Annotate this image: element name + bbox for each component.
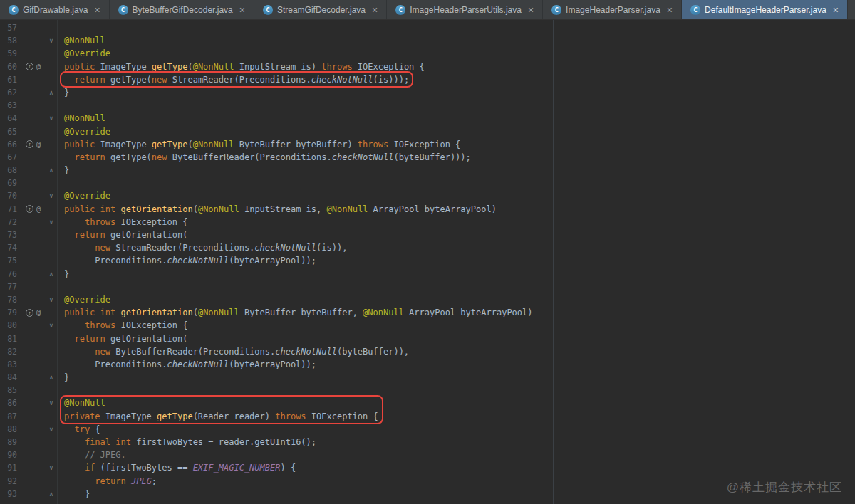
code-text[interactable]: } bbox=[57, 488, 90, 500]
fold-marker-icon[interactable] bbox=[46, 138, 57, 151]
code-text[interactable]: public ImageType getType(@NonNull InputS… bbox=[57, 61, 425, 73]
fold-marker-icon[interactable] bbox=[46, 280, 57, 293]
tab-close-icon[interactable]: × bbox=[667, 5, 673, 15]
fold-marker-icon[interactable] bbox=[46, 99, 57, 112]
code-text[interactable]: // JPEG. bbox=[57, 448, 126, 461]
code-text[interactable] bbox=[57, 177, 64, 189]
tab-ImageHeaderParserUtils.java[interactable]: CImageHeaderParserUtils.java× bbox=[387, 0, 543, 19]
code-text[interactable]: @Override bbox=[57, 125, 110, 138]
code-text[interactable]: new ByteBufferReader(Preconditions.check… bbox=[57, 345, 409, 358]
override-method-icon[interactable]: ↑ bbox=[26, 205, 33, 213]
code-text[interactable]: @Override bbox=[57, 293, 110, 306]
fold-marker-icon[interactable]: ∨ bbox=[46, 216, 57, 229]
code-text[interactable] bbox=[57, 99, 64, 112]
fold-marker-icon[interactable] bbox=[46, 47, 57, 60]
code-text[interactable]: } bbox=[57, 268, 69, 280]
fold-marker-icon[interactable] bbox=[46, 345, 57, 358]
fold-marker-icon[interactable]: ∨ bbox=[46, 112, 57, 125]
fold-marker-icon[interactable] bbox=[46, 254, 57, 267]
code-text[interactable]: public ImageType getType(@NonNull ByteBu… bbox=[57, 138, 460, 151]
code-text[interactable]: } bbox=[57, 371, 69, 384]
code-text[interactable]: try { bbox=[57, 423, 100, 436]
fold-marker-icon[interactable]: ∧ bbox=[46, 86, 57, 99]
fold-marker-icon[interactable] bbox=[46, 73, 57, 86]
fold-marker-icon[interactable] bbox=[46, 448, 57, 461]
code-line-73: 73 return getOrientation( bbox=[0, 229, 855, 241]
code-text[interactable]: Preconditions.checkNotNull(byteArrayPool… bbox=[57, 358, 316, 371]
tab-close-icon[interactable]: × bbox=[239, 5, 245, 15]
tab-close-icon[interactable]: × bbox=[833, 5, 839, 15]
code-text[interactable]: return getOrientation( bbox=[57, 332, 187, 345]
override-method-icon[interactable]: ↑ bbox=[26, 63, 33, 70]
fold-marker-icon[interactable]: ∨ bbox=[46, 319, 57, 332]
watermark: @稀土掘金技术社区 bbox=[727, 479, 842, 495]
fold-marker-icon[interactable] bbox=[46, 410, 57, 423]
code-text[interactable]: private ImageType getType(Reader reader)… bbox=[57, 410, 378, 423]
fold-marker-icon[interactable]: ∨ bbox=[46, 397, 57, 409]
fold-marker-icon[interactable] bbox=[46, 332, 57, 345]
fold-marker-icon[interactable]: ∨ bbox=[46, 34, 57, 47]
tab-DefaultImageHeaderParser.java[interactable]: CDefaultImageHeaderParser.java× bbox=[682, 0, 848, 19]
code-text[interactable]: final int firstTwoBytes = reader.getUInt… bbox=[57, 436, 316, 448]
code-line-67: 67 return getType(new ByteBufferReader(P… bbox=[0, 151, 855, 164]
code-text[interactable]: @NonNull bbox=[57, 34, 105, 47]
code-text[interactable]: return getType(new ByteBufferReader(Prec… bbox=[57, 151, 471, 164]
annotation-marker-icon[interactable]: @ bbox=[36, 203, 41, 216]
fold-marker-icon[interactable] bbox=[46, 229, 57, 241]
tab-GifDrawable.java[interactable]: CGifDrawable.java× bbox=[0, 0, 110, 19]
fold-marker-icon[interactable] bbox=[46, 384, 57, 397]
line-number: 91 bbox=[0, 461, 24, 474]
code-text[interactable]: @NonNull bbox=[57, 112, 105, 125]
code-text[interactable]: } bbox=[57, 164, 69, 177]
code-text[interactable]: @Override bbox=[57, 189, 110, 202]
override-method-icon[interactable]: ↑ bbox=[26, 309, 33, 317]
fold-marker-icon[interactable] bbox=[46, 177, 57, 189]
fold-marker-icon[interactable]: ∨ bbox=[46, 293, 57, 306]
code-editor[interactable]: 5758∨@NonNull59@Override60↑@public Image… bbox=[0, 20, 855, 504]
fold-marker-icon[interactable] bbox=[46, 61, 57, 73]
fold-marker-icon[interactable]: ∨ bbox=[46, 423, 57, 436]
code-text[interactable]: @NonNull bbox=[57, 397, 105, 409]
code-text[interactable]: @Override bbox=[57, 47, 110, 60]
code-text[interactable] bbox=[57, 384, 64, 397]
fold-marker-icon[interactable]: ∧ bbox=[46, 164, 57, 177]
fold-marker-icon[interactable] bbox=[46, 203, 57, 216]
fold-marker-icon[interactable] bbox=[46, 475, 57, 488]
fold-marker-icon[interactable] bbox=[46, 151, 57, 164]
code-text[interactable]: return getOrientation( bbox=[57, 229, 187, 241]
code-text[interactable]: public int getOrientation(@NonNull Input… bbox=[57, 203, 497, 216]
code-text[interactable] bbox=[57, 280, 64, 293]
tab-close-icon[interactable]: × bbox=[94, 5, 100, 15]
fold-marker-icon[interactable]: ∧ bbox=[46, 488, 57, 500]
code-text[interactable]: if (firstTwoBytes == EXIF_MAGIC_NUMBER) … bbox=[57, 461, 296, 474]
tab-StreamGifDecoder.java[interactable]: CStreamGifDecoder.java× bbox=[254, 0, 387, 19]
fold-marker-icon[interactable] bbox=[46, 125, 57, 138]
code-text[interactable]: throws IOException { bbox=[57, 319, 187, 332]
code-text[interactable]: new StreamReader(Preconditions.checkNotN… bbox=[57, 241, 347, 254]
fold-marker-icon[interactable]: ∨ bbox=[46, 461, 57, 474]
fold-marker-icon[interactable]: ∧ bbox=[46, 371, 57, 384]
code-text[interactable]: return JPEG; bbox=[57, 475, 157, 488]
fold-marker-icon[interactable] bbox=[46, 306, 57, 319]
annotation-marker-icon[interactable]: @ bbox=[36, 61, 41, 73]
tab-ImageHeaderParser.java[interactable]: CImageHeaderParser.java× bbox=[543, 0, 682, 19]
fold-marker-icon[interactable] bbox=[46, 21, 57, 34]
tab-ByteBufferGifDecoder.java[interactable]: CByteBufferGifDecoder.java× bbox=[110, 0, 254, 19]
tab-close-icon[interactable]: × bbox=[528, 5, 534, 15]
fold-marker-icon[interactable]: ∧ bbox=[46, 268, 57, 280]
code-text[interactable] bbox=[57, 21, 64, 34]
code-text[interactable]: } bbox=[57, 86, 69, 99]
override-method-icon[interactable]: ↑ bbox=[26, 140, 33, 148]
fold-marker-icon[interactable]: ∨ bbox=[46, 189, 57, 202]
code-text[interactable]: return getType(new StreamReader(Precondi… bbox=[57, 73, 409, 86]
code-text[interactable]: public int getOrientation(@NonNull ByteB… bbox=[57, 306, 533, 319]
code-line-58: 58∨@NonNull bbox=[0, 34, 855, 47]
tab-close-icon[interactable]: × bbox=[372, 5, 378, 15]
annotation-marker-icon[interactable]: @ bbox=[36, 138, 41, 151]
code-text[interactable]: Preconditions.checkNotNull(byteArrayPool… bbox=[57, 254, 316, 267]
fold-marker-icon[interactable] bbox=[46, 241, 57, 254]
code-text[interactable]: throws IOException { bbox=[57, 216, 187, 229]
fold-marker-icon[interactable] bbox=[46, 436, 57, 448]
annotation-marker-icon[interactable]: @ bbox=[36, 306, 41, 319]
fold-marker-icon[interactable] bbox=[46, 358, 57, 371]
